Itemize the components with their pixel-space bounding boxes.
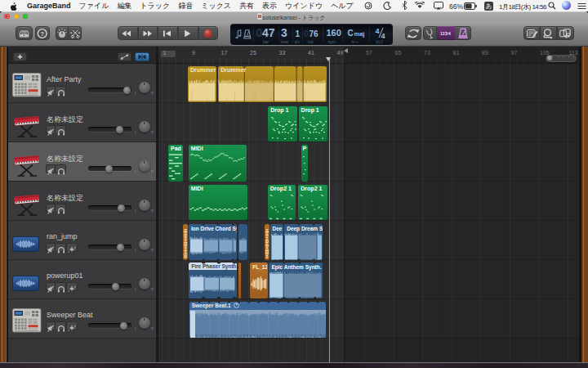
svg-text:?: ? (40, 30, 44, 38)
